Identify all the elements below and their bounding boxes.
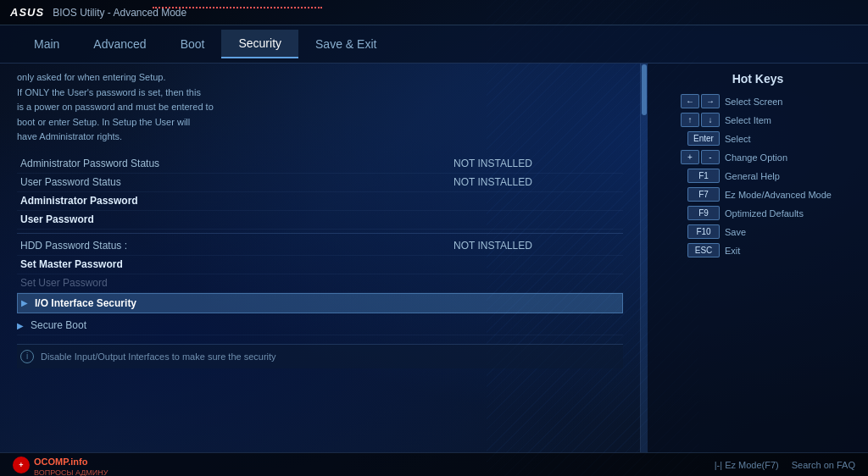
info-icon: i [20, 350, 34, 363]
hotkey-select-screen-keys: ← → [660, 94, 720, 108]
bottom-info-bar: i Disable Input/Output Interfaces to mak… [17, 344, 623, 368]
label-io-interface-security: I/O Interface Security [31, 297, 619, 309]
ocomp-brand: OCOMP.info [34, 457, 87, 467]
hotkey-select-screen-desc: Select Screen [725, 97, 782, 107]
key-down-arrow: ↓ [701, 113, 720, 127]
key-f7: F7 [687, 187, 720, 202]
key-plus: + [681, 150, 699, 164]
key-right-arrow: → [701, 94, 720, 108]
nav-security[interactable]: Security [221, 30, 298, 58]
footer-ez-mode[interactable]: |-| Ez Mode(F7) [715, 460, 779, 470]
desc-line-2: If ONLY the User's password is set, then… [17, 86, 623, 101]
ocomp-text-block: OCOMP.info ВОПРОСЫ АДМИНУ [34, 453, 108, 477]
info-text: Disable Input/Output Interfaces to make … [41, 351, 276, 362]
hotkeys-panel: Hot Keys ← → Select Screen ↑ ↓ Select It… [648, 64, 868, 452]
value-user-password-status: NOT INSTALLED [453, 176, 623, 188]
hotkey-f7-desc: Ez Mode/Advanced Mode [725, 190, 832, 200]
setting-admin-password[interactable]: Administrator Password [17, 192, 623, 211]
footer-search-faq[interactable]: Search on FAQ [792, 460, 855, 470]
setting-set-user-password: Set User Password [17, 274, 623, 293]
key-esc: ESC [687, 243, 720, 257]
hotkey-f7-keys: F7 [660, 187, 720, 202]
dotted-arrow-decoration [153, 7, 322, 8]
hotkey-f10: F10 Save [660, 224, 855, 239]
footer-right: |-| Ez Mode(F7) Search on FAQ [715, 460, 855, 470]
chevron-io-icon: ▶ [21, 298, 28, 307]
setting-admin-password-status: Administrator Password Status NOT INSTAL… [17, 155, 623, 174]
hotkey-select-screen: ← → Select Screen [660, 94, 855, 108]
ocomp-subtext: ВОПРОСЫ АДМИНУ [34, 468, 108, 477]
nav-save-exit[interactable]: Save & Exit [298, 30, 393, 58]
hotkey-select-item-desc: Select Item [725, 115, 771, 125]
desc-line-3: is a power on password and must be enter… [17, 100, 623, 115]
label-user-password-status: User Password Status [17, 176, 453, 188]
hotkey-select-item: ↑ ↓ Select Item [660, 113, 855, 127]
hotkey-enter-keys: Enter [660, 131, 720, 146]
divider-1 [17, 233, 623, 234]
scrollbar[interactable] [641, 64, 648, 452]
hotkeys-title: Hot Keys [660, 72, 855, 86]
hotkey-change-option-keys: + - [660, 150, 720, 164]
ocomp-logo: + OCOMP.info ВОПРОСЫ АДМИНУ [13, 453, 108, 477]
hotkey-esc-keys: ESC [660, 243, 720, 257]
hotkey-f10-desc: Save [725, 227, 746, 237]
key-f1: F1 [687, 169, 720, 183]
key-f9: F9 [687, 206, 720, 220]
hotkey-f1-keys: F1 [660, 169, 720, 183]
key-f10: F10 [687, 224, 720, 239]
nav-advanced[interactable]: Advanced [76, 30, 163, 58]
label-set-master-password: Set Master Password [17, 258, 453, 270]
label-secure-boot: Secure Boot [27, 319, 623, 331]
nav-bar: Main Advanced Boot Security Save & Exit [0, 25, 868, 64]
description-block: only asked for when entering Setup. If O… [17, 70, 623, 145]
main-content: only asked for when entering Setup. If O… [0, 64, 641, 452]
desc-line-4: boot or enter Setup. In Setup the User w… [17, 115, 623, 130]
value-hdd-password-status: NOT INSTALLED [453, 240, 623, 252]
setting-user-password[interactable]: User Password [17, 211, 623, 230]
hotkey-enter: Enter Select [660, 131, 855, 146]
hotkey-f7: F7 Ez Mode/Advanced Mode [660, 187, 855, 202]
key-up-arrow: ↑ [681, 113, 699, 127]
settings-table: Administrator Password Status NOT INSTAL… [17, 155, 623, 335]
hotkey-f9: F9 Optimized Defaults [660, 206, 855, 220]
footer: + OCOMP.info ВОПРОСЫ АДМИНУ |-| Ez Mode(… [0, 452, 868, 476]
hotkey-esc-desc: Exit [725, 246, 740, 256]
ocomp-icon: + [13, 457, 30, 473]
value-admin-password-status: NOT INSTALLED [453, 158, 623, 169]
setting-hdd-password-status: HDD Password Status : NOT INSTALLED [17, 237, 623, 256]
scroll-thumb[interactable] [642, 64, 647, 115]
hotkey-f9-desc: Optimized Defaults [725, 208, 804, 219]
hotkey-f9-keys: F9 [660, 206, 720, 220]
key-left-arrow: ← [681, 94, 699, 108]
desc-line-1: only asked for when entering Setup. [17, 70, 623, 86]
desc-line-5: have Administrator rights. [17, 130, 623, 145]
nav-main[interactable]: Main [17, 30, 76, 58]
hotkey-f10-keys: F10 [660, 224, 720, 239]
setting-user-password-status: User Password Status NOT INSTALLED [17, 174, 623, 192]
asus-logo: ASUS [10, 6, 44, 19]
footer-left: + OCOMP.info ВОПРОСЫ АДМИНУ [13, 453, 108, 477]
chevron-secure-boot-icon: ▶ [17, 321, 24, 330]
key-minus: - [701, 150, 720, 164]
hotkey-enter-desc: Select [725, 134, 751, 144]
label-user-password: User Password [17, 213, 453, 225]
setting-set-master-password[interactable]: Set Master Password [17, 256, 623, 274]
hotkey-change-option-desc: Change Option [725, 152, 787, 163]
setting-io-interface-security[interactable]: ▶ I/O Interface Security [17, 293, 623, 313]
hotkey-f1: F1 General Help [660, 169, 855, 183]
label-admin-password: Administrator Password [17, 195, 453, 207]
hotkey-change-option: + - Change Option [660, 150, 855, 164]
title-bar: ASUS BIOS Utility - Advanced Mode [0, 0, 868, 25]
nav-boot[interactable]: Boot [164, 30, 222, 58]
label-set-user-password: Set User Password [17, 277, 453, 289]
label-admin-password-status: Administrator Password Status [17, 158, 453, 169]
label-hdd-password-status: HDD Password Status : [17, 240, 453, 252]
hotkey-esc: ESC Exit [660, 243, 855, 257]
setting-secure-boot[interactable]: ▶ Secure Boot [17, 317, 623, 335]
key-enter: Enter [687, 131, 720, 146]
hotkey-select-item-keys: ↑ ↓ [660, 113, 720, 127]
hotkey-f1-desc: General Help [725, 171, 780, 181]
